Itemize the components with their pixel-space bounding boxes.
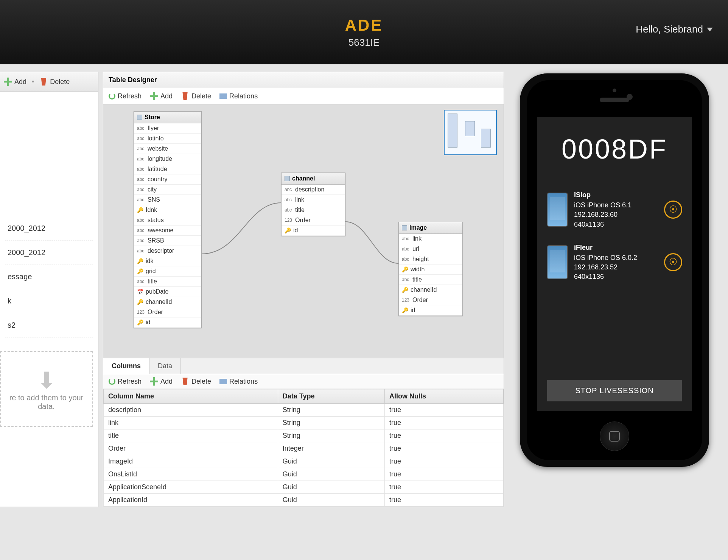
delete-button[interactable]: Delete xyxy=(181,92,211,100)
entity-channel[interactable]: channel abcdescriptionabclinkabctitle123… xyxy=(281,173,345,236)
refresh-button[interactable]: Refresh xyxy=(109,92,142,100)
delete-icon xyxy=(181,377,189,386)
table-row[interactable]: ApplicationSceneIdGuidtrue xyxy=(104,481,504,494)
entity-field[interactable]: 🔑id xyxy=(399,305,462,316)
entity-field[interactable]: 🔑grid xyxy=(134,266,201,277)
entity-field[interactable]: abctitle xyxy=(134,277,201,287)
entity-field[interactable]: abctitle xyxy=(282,205,345,215)
user-menu[interactable]: Hello, Siebrand xyxy=(636,23,713,35)
camera-icon xyxy=(627,94,633,100)
entity-field[interactable]: abctitle xyxy=(399,275,462,285)
table-cell: String xyxy=(278,429,384,442)
left-list: 2000_2012 2000_2012 essage k s2 xyxy=(0,92,98,341)
list-item[interactable]: k xyxy=(5,289,93,313)
grid-delete-label: Delete xyxy=(191,378,211,386)
entity-field[interactable]: abccity xyxy=(134,185,201,195)
entity-field[interactable]: abcSNS xyxy=(134,195,201,205)
grid-header[interactable]: Column Name xyxy=(104,389,278,404)
entity-field[interactable]: abcstatus xyxy=(134,215,201,226)
entity-field[interactable]: 123Order xyxy=(134,307,201,317)
app-subtitle: 5631IE xyxy=(345,37,383,48)
list-item[interactable]: s2 xyxy=(5,313,93,338)
table-cell: String xyxy=(278,417,384,429)
tab-data[interactable]: Data xyxy=(149,358,181,374)
entity-canvas[interactable]: Store abcflyerabclotinfoabcwebsiteabclon… xyxy=(103,104,504,358)
entity-field[interactable]: abcdescription xyxy=(282,185,345,195)
entity-field[interactable]: 🔑id xyxy=(282,226,345,236)
lock-badge-icon[interactable]: ⦿ xyxy=(664,253,682,271)
list-item[interactable]: 2000_2012 xyxy=(5,241,93,265)
entity-field[interactable]: 🔑Idnk xyxy=(134,205,201,215)
entity-field[interactable]: abclotinfo xyxy=(134,134,201,144)
device-item[interactable]: iFleur iOS iPhone OS 6.0.2 192.168.23.52… xyxy=(537,236,692,289)
list-item[interactable]: essage xyxy=(5,265,93,289)
entity-image[interactable]: image abclinkabcurlabcheight🔑widthabctit… xyxy=(398,222,463,316)
refresh-label: Refresh xyxy=(118,92,142,100)
phone-screen: 0008DF iSlop iOS iPhone OS 6.1 192.168.2… xyxy=(537,117,692,412)
table-row[interactable]: descriptionStringtrue xyxy=(104,404,504,417)
entity-field[interactable]: 🔑id xyxy=(134,317,201,328)
grid-refresh-label: Refresh xyxy=(118,378,142,386)
entity-field[interactable]: 🔑width xyxy=(399,264,462,275)
entity-field[interactable]: 🔑idk xyxy=(134,256,201,266)
lock-badge-icon[interactable]: ⦿ xyxy=(664,201,682,219)
entity-field[interactable]: abcdescriptor xyxy=(134,246,201,256)
table-row[interactable]: ImageIdGuidtrue xyxy=(104,455,504,468)
table-cell: ApplicationId xyxy=(104,494,278,507)
tab-columns[interactable]: Columns xyxy=(103,358,149,374)
table-cell: OnsListId xyxy=(104,468,278,481)
grid-refresh-button[interactable]: Refresh xyxy=(109,378,142,386)
device-os: iOS iPhone OS 6.0.2 xyxy=(574,253,658,263)
entity-field[interactable]: abcSRSB xyxy=(134,236,201,246)
entity-field[interactable]: abcflyer xyxy=(134,123,201,134)
table-row[interactable]: OnsListIdGuidtrue xyxy=(104,468,504,481)
minimap[interactable] xyxy=(444,110,497,155)
left-toolbar: Add • Delete xyxy=(0,72,98,92)
device-ip: 192.168.23.52 xyxy=(574,263,658,272)
grid-add-button[interactable]: Add xyxy=(150,377,173,386)
entity-field[interactable]: 📅pubDate xyxy=(134,287,201,297)
grid-header[interactable]: Data Type xyxy=(278,389,384,404)
entity-field[interactable]: abcheight xyxy=(399,254,462,264)
entity-field[interactable]: 🔑channelId xyxy=(134,297,201,307)
device-item[interactable]: iSlop iOS iPhone OS 6.1 192.168.23.60 64… xyxy=(537,184,692,236)
list-item[interactable]: 2000_2012 xyxy=(5,216,93,241)
device-os: iOS iPhone OS 6.1 xyxy=(574,201,658,210)
entity-field[interactable]: abcawesome xyxy=(134,226,201,236)
table-cell: Guid xyxy=(278,481,384,494)
entity-fields: abcflyerabclotinfoabcwebsiteabclongitude… xyxy=(134,123,201,328)
table-icon xyxy=(137,115,142,120)
left-add-button[interactable]: Add xyxy=(4,78,26,86)
entity-field[interactable]: abclink xyxy=(399,234,462,244)
entity-field[interactable]: 123Order xyxy=(282,215,345,226)
drop-zone-hint: re to add them to your data. xyxy=(8,394,84,411)
entity-field[interactable]: abclink xyxy=(282,195,345,205)
entity-field[interactable]: 123Order xyxy=(399,295,462,305)
grid-relations-button[interactable]: Relations xyxy=(219,378,258,386)
left-delete-button[interactable]: Delete xyxy=(39,78,70,86)
grid-header[interactable]: Allow Nulls xyxy=(385,389,504,404)
entity-field[interactable]: abcurl xyxy=(399,244,462,254)
entity-field[interactable]: abcwebsite xyxy=(134,144,201,154)
drop-zone[interactable]: ⬇ re to add them to your data. xyxy=(0,351,93,427)
entity-field[interactable]: abclongitude xyxy=(134,154,201,164)
table-cell: true xyxy=(385,417,504,429)
device-name: iFleur xyxy=(574,243,658,252)
device-thumbnail-icon xyxy=(547,245,568,279)
relations-icon xyxy=(219,379,227,384)
stop-livesession-button[interactable]: STOP LIVESESSION xyxy=(547,380,682,401)
entity-field[interactable]: 🔑channelId xyxy=(399,285,462,295)
home-button[interactable] xyxy=(600,422,629,451)
table-row[interactable]: ApplicationIdGuidtrue xyxy=(104,494,504,507)
grid-delete-button[interactable]: Delete xyxy=(181,377,211,386)
entity-field[interactable]: abclatitude xyxy=(134,164,201,174)
entity-field[interactable]: abccountry xyxy=(134,174,201,185)
table-row[interactable]: titleStringtrue xyxy=(104,429,504,442)
relations-button[interactable]: Relations xyxy=(219,92,258,100)
add-button[interactable]: Add xyxy=(150,92,173,100)
entity-store[interactable]: Store abcflyerabclotinfoabcwebsiteabclon… xyxy=(134,111,202,328)
table-row[interactable]: linkStringtrue xyxy=(104,417,504,429)
table-row[interactable]: OrderIntegertrue xyxy=(104,442,504,455)
table-designer-title: Table Designer xyxy=(103,72,504,88)
device-name: iSlop xyxy=(574,190,658,200)
